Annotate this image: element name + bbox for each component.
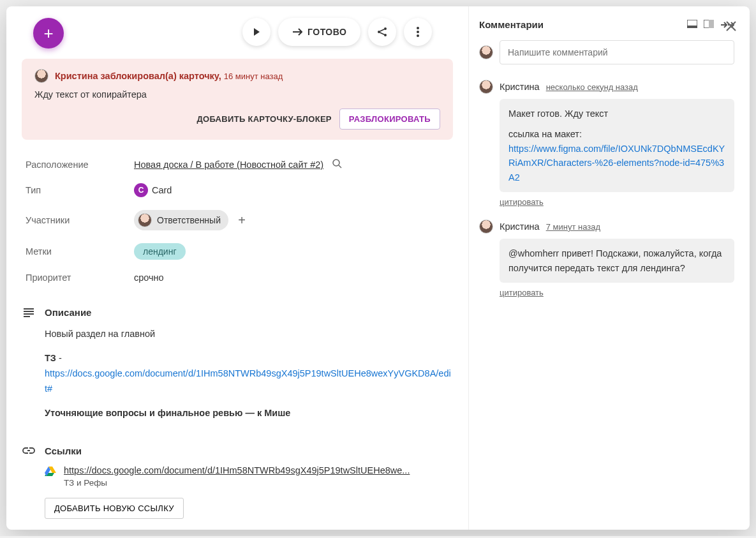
description-body[interactable]: Новый раздел на главной ТЗ - https://doc… (22, 327, 453, 421)
play-icon (252, 27, 261, 36)
desc-tz-link[interactable]: https://docs.google.com/document/d/1IHm5… (45, 368, 451, 394)
priority-value: срочно (134, 273, 164, 283)
desc-tz-sep: - (56, 353, 62, 363)
alert-author: Кристина (55, 71, 98, 81)
desc-line1: Новый раздел на главной (45, 327, 453, 342)
comment-text-1: Макет готов. Жду текст (508, 107, 725, 121)
done-button-label: ГОТОВО (308, 27, 346, 37)
add-link-button[interactable]: ДОБАВИТЬ НОВУЮ ССЫЛКУ (45, 498, 184, 519)
comment-body: Макет готов. Жду текст ссылка на макет:h… (500, 99, 734, 192)
comment-body: @whomherr привет! Подскажи, пожалуйста, … (500, 239, 734, 283)
svg-point-6 (333, 160, 339, 166)
tag-chip[interactable]: лендинг (134, 243, 186, 260)
add-member-button[interactable]: + (233, 212, 250, 228)
quote-button[interactable]: цитировать (500, 197, 544, 207)
arrow-right-icon (292, 28, 302, 36)
type-circle: C (134, 183, 148, 197)
close-button[interactable] (725, 19, 737, 36)
links-icon (22, 447, 36, 454)
comment-item: Кристина несколько секунд назад Макет го… (479, 80, 734, 207)
tags-label: Метки (26, 246, 134, 257)
avatar (479, 80, 493, 94)
comment-author: Кристина (500, 221, 540, 232)
svg-point-4 (417, 31, 419, 33)
layout-split-icon (704, 20, 714, 28)
link-subtitle: ТЗ и Рефы (64, 478, 410, 488)
svg-rect-8 (687, 26, 697, 28)
comment-time[interactable]: 7 минут назад (546, 222, 600, 232)
fab-add-button[interactable]: + (33, 18, 64, 49)
avatar (34, 69, 48, 83)
location-search-button[interactable] (332, 159, 342, 170)
add-blocker-button[interactable]: ДОБАВИТЬ КАРТОЧКУ-БЛОКЕР (197, 114, 332, 124)
top-action-bar: ГОТОВО (242, 18, 432, 46)
avatar (479, 45, 493, 59)
type-label: Тип (26, 185, 134, 195)
avatar (138, 213, 152, 227)
gdrive-icon (45, 467, 56, 477)
link-item[interactable]: https://docs.google.com/document/d/1IHm5… (22, 465, 453, 488)
search-icon (332, 159, 342, 168)
layout-full-icon (687, 20, 697, 28)
blocker-alert: Кристина заблокировал(а) карточку, 16 ми… (22, 59, 453, 140)
play-button[interactable] (242, 18, 271, 46)
svg-rect-10 (709, 20, 714, 28)
more-vertical-icon (417, 27, 419, 37)
description-icon (22, 308, 36, 317)
share-icon (376, 26, 388, 38)
properties-list: Расположение Новая доска / В работе (Нов… (22, 159, 453, 283)
svg-point-3 (417, 27, 419, 29)
comments-title: Комментарии (479, 19, 544, 30)
alert-action: заблокировал(а) карточку, (101, 71, 221, 81)
svg-point-5 (417, 34, 419, 37)
unblock-button[interactable]: РАЗБЛОКИРОВАТЬ (339, 108, 440, 130)
description-title: Описание (45, 307, 91, 318)
alert-body: Жду текст от копирайтера (34, 89, 440, 100)
responsible-chip[interactable]: Ответственный (134, 210, 228, 230)
comment-input[interactable] (500, 40, 734, 64)
share-button[interactable] (368, 18, 396, 46)
main-panel: Кристина заблокировал(а) карточку, 16 ми… (6, 6, 469, 530)
type-chip[interactable]: C Card (134, 183, 172, 197)
type-value: Card (152, 185, 172, 195)
avatar (479, 220, 493, 234)
comment-author: Кристина (500, 82, 540, 92)
comment-link[interactable]: https://www.figma.com/file/IOXUNk7DQbNMS… (508, 144, 725, 183)
alert-time: 16 минут назад (224, 71, 283, 81)
members-label: Участники (26, 215, 134, 225)
comment-text-2-prefix: ссылка на макет: (508, 129, 582, 139)
comment-time[interactable]: несколько секунд назад (546, 82, 638, 92)
responsible-label: Ответственный (157, 215, 221, 225)
desc-tz-label: ТЗ (45, 353, 56, 363)
layout-full-button[interactable] (687, 20, 697, 30)
comments-panel: Комментарии Кристина несколько (469, 6, 750, 530)
close-icon (725, 20, 737, 32)
more-button[interactable] (404, 18, 432, 46)
quote-button[interactable]: цитировать (500, 288, 544, 297)
comment-item: Кристина 7 минут назад @whomherr привет!… (479, 220, 734, 297)
links-title: Ссылки (45, 445, 82, 456)
location-value[interactable]: Новая доска / В работе (Новостной сайт #… (134, 160, 323, 170)
comment-text-1: @whomherr привет! Подскажи, пожалуйста, … (508, 246, 725, 275)
priority-label: Приоритет (26, 273, 134, 283)
done-button[interactable]: ГОТОВО (278, 18, 360, 46)
link-url[interactable]: https://docs.google.com/document/d/1IHm5… (64, 465, 410, 475)
layout-split-button[interactable] (704, 20, 714, 30)
desc-line3: Уточняющие вопросы и финальное ревью — к… (45, 408, 290, 418)
location-label: Расположение (26, 160, 134, 170)
card-modal: + ГОТОВО Кристина заблокировал(а) карточ… (6, 6, 750, 530)
